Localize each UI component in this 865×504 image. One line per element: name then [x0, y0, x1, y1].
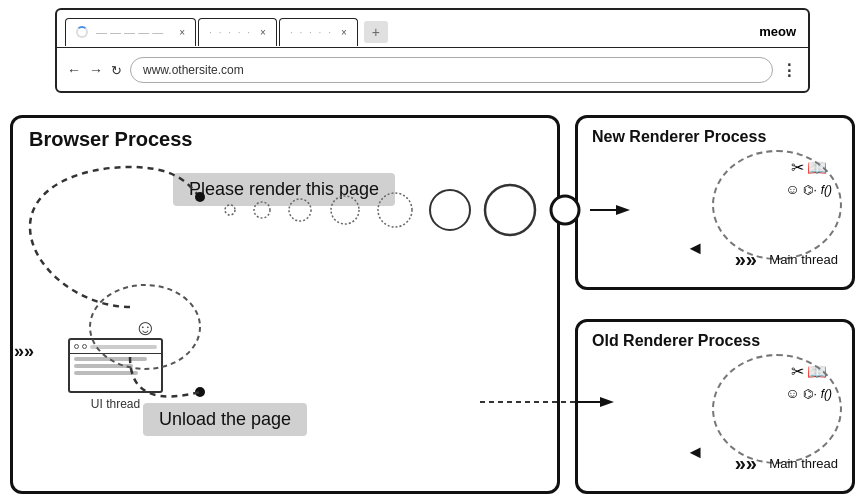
address-bar[interactable]: www.othersite.com: [130, 57, 773, 83]
win-dot-2: [82, 344, 87, 349]
win-line-2: [74, 364, 133, 368]
render-message-box: Please render this page: [173, 173, 395, 206]
tab-meow-label: meow: [759, 24, 800, 39]
old-renderer-oval: [712, 354, 842, 464]
tab-2-close[interactable]: ×: [260, 27, 266, 38]
new-tab-button[interactable]: +: [364, 21, 388, 43]
new-renderer-oval: [712, 150, 842, 260]
menu-button[interactable]: ⋮: [781, 61, 798, 80]
new-renderer-arrow: ◄: [686, 238, 704, 259]
ui-thread-label: UI thread: [68, 397, 163, 411]
new-renderer-box: New Renderer Process ✂ 📖 ☺ ⌬· f() Main t…: [575, 115, 855, 290]
browser-process-label: Browser Process: [29, 128, 192, 151]
old-renderer-box: Old Renderer Process ✂ 📖 ☺ ⌬· f() Main t…: [575, 319, 855, 494]
unload-message-text: Unload the page: [159, 409, 291, 429]
tab-3[interactable]: · · · · · ×: [279, 18, 358, 46]
browser-window-icon: [68, 338, 163, 393]
diagram: Browser Process Please render this page …: [0, 105, 865, 504]
win-line-1: [74, 357, 147, 361]
window-titlebar: [70, 340, 161, 354]
tab-1[interactable]: — — — — — ×: [65, 18, 196, 46]
tab-1-close[interactable]: ×: [179, 27, 185, 38]
win-line-3: [74, 371, 138, 375]
refresh-button[interactable]: ↻: [111, 63, 122, 78]
browser-tabs: — — — — — × · · · · · × · · · · · × + me…: [57, 10, 808, 48]
browser-chrome: — — — — — × · · · · · × · · · · · × + me…: [55, 8, 810, 93]
unload-message-box: Unload the page: [143, 403, 307, 436]
render-message-text: Please render this page: [189, 179, 379, 199]
tab-2[interactable]: · · · · · ×: [198, 18, 277, 46]
tab-3-close[interactable]: ×: [341, 27, 347, 38]
browser-process-box: Browser Process Please render this page …: [10, 115, 560, 494]
back-button[interactable]: ←: [67, 62, 81, 78]
ui-thread-area: UI thread: [68, 338, 163, 411]
old-renderer-chevrons: »»: [735, 452, 757, 475]
win-addressbar: [90, 345, 157, 349]
old-renderer-label: Old Renderer Process: [592, 332, 760, 350]
new-renderer-chevrons: »»: [735, 248, 757, 271]
new-renderer-main-thread-label: Main thread: [769, 252, 838, 267]
win-dot-1: [74, 344, 79, 349]
new-renderer-label: New Renderer Process: [592, 128, 766, 146]
tab-loading-icon: [76, 26, 88, 38]
browser-nav: ← → ↻ www.othersite.com ⋮: [57, 48, 808, 92]
forward-button[interactable]: →: [89, 62, 103, 78]
old-renderer-arrow: ◄: [686, 442, 704, 463]
address-text: www.othersite.com: [143, 63, 244, 77]
old-renderer-main-thread-label: Main thread: [769, 456, 838, 471]
